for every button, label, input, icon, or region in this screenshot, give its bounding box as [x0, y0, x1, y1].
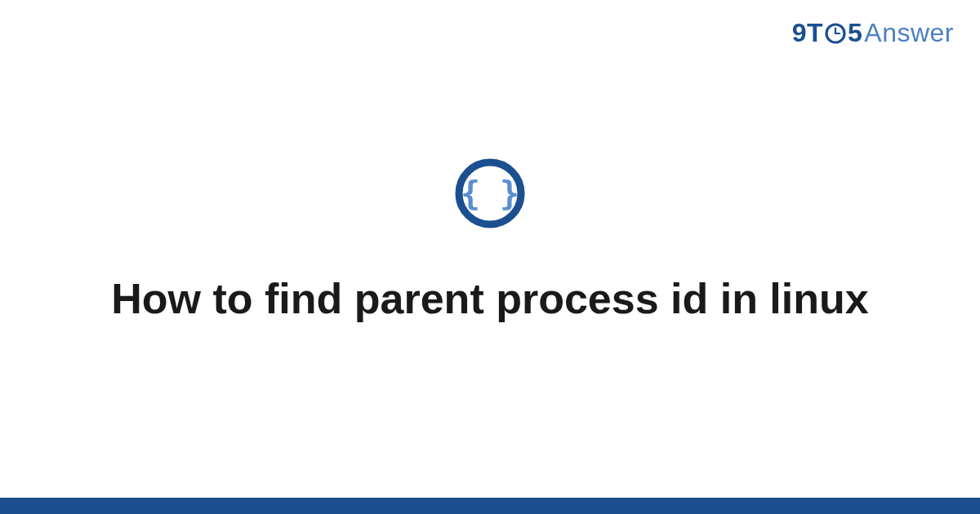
main-content: { } How to find parent process id in lin… [0, 0, 980, 498]
svg-text:{ }: { } [461, 175, 519, 212]
curly-braces-icon: { } [453, 157, 527, 230]
category-badge: { } [453, 157, 527, 233]
page-title: How to find parent process id in linux [111, 273, 868, 326]
footer-accent-bar [0, 498, 980, 514]
